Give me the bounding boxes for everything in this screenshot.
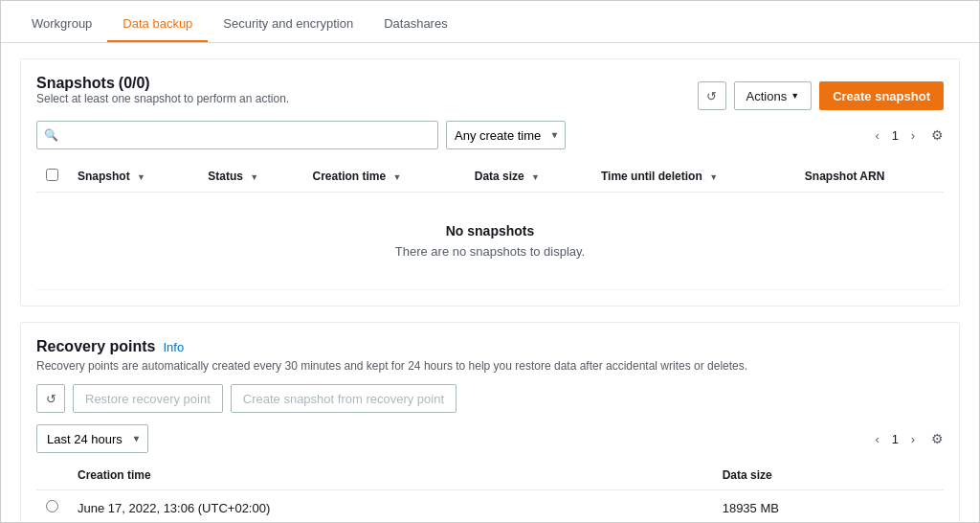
tab-data-backup[interactable]: Data backup bbox=[107, 7, 208, 42]
tab-datashares[interactable]: Datashares bbox=[368, 7, 462, 42]
create-time-filter[interactable]: Any create time bbox=[446, 121, 566, 149]
settings-icon[interactable]: ⚙ bbox=[931, 127, 944, 143]
empty-state-row: No snapshots There are no snapshots to d… bbox=[36, 193, 944, 290]
col-snapshot: Snapshot ▼ bbox=[68, 161, 198, 193]
actions-button[interactable]: Actions ▼ bbox=[734, 81, 813, 110]
tab-workgroup[interactable]: Workgroup bbox=[16, 7, 107, 42]
snapshots-count: (0/0) bbox=[119, 75, 150, 92]
snapshot-search-input[interactable] bbox=[36, 121, 438, 149]
tab-security[interactable]: Security and encryption bbox=[208, 7, 368, 42]
recovery-header-row: Creation time Data size bbox=[36, 461, 944, 490]
creation-time-sort-icon: ▼ bbox=[393, 172, 402, 182]
recovery-next-page-button[interactable]: › bbox=[902, 428, 924, 449]
status-sort-icon: ▼ bbox=[250, 172, 258, 182]
recovery-section: Recovery points Info Recovery points are… bbox=[20, 322, 960, 522]
refresh-icon: ↺ bbox=[706, 89, 717, 103]
snapshots-title-row: Snapshots (0/0) Select at least one snap… bbox=[36, 75, 289, 117]
col-creation-time: Creation time ▼ bbox=[303, 161, 465, 193]
recovery-radio-0[interactable] bbox=[46, 500, 58, 512]
recovery-filter-row: Last 24 hours ▼ ‹ 1 › ⚙ bbox=[36, 424, 944, 453]
table-header-row: Snapshot ▼ Status ▼ Creation time ▼ Da bbox=[36, 161, 944, 193]
snapshots-subtitle: Select at least one snapshot to perform … bbox=[36, 92, 289, 105]
recovery-info-link[interactable]: Info bbox=[163, 340, 184, 354]
top-nav: Workgroup Data backup Security and encry… bbox=[1, 1, 979, 43]
recovery-header: Recovery points Info bbox=[36, 338, 944, 355]
deletion-sort-icon: ▼ bbox=[709, 172, 718, 182]
col-data-size: Data size ▼ bbox=[465, 161, 591, 193]
recovery-refresh-icon: ↺ bbox=[46, 392, 56, 406]
recovery-settings-icon[interactable]: ⚙ bbox=[931, 431, 944, 446]
search-container: 🔍 bbox=[36, 121, 438, 149]
time-filter-select[interactable]: Last 24 hours bbox=[36, 424, 148, 453]
recovery-title: Recovery points bbox=[36, 338, 155, 355]
restore-recovery-point-button[interactable]: Restore recovery point bbox=[73, 384, 223, 413]
recovery-table: Creation time Data size June 17, 2022, 1… bbox=[36, 461, 944, 522]
snapshots-table: Snapshot ▼ Status ▼ Creation time ▼ Da bbox=[36, 161, 944, 290]
recovery-page-number: 1 bbox=[892, 432, 899, 446]
recovery-radio-cell bbox=[36, 490, 68, 523]
snapshot-sort-icon: ▼ bbox=[137, 172, 145, 182]
snapshots-toolbar: 🔍 Any create time ▼ ‹ 1 › ⚙ bbox=[36, 121, 944, 149]
recovery-data-size: 18935 MB bbox=[713, 490, 944, 523]
next-page-button[interactable]: › bbox=[902, 125, 924, 146]
recovery-pagination: ‹ 1 › ⚙ bbox=[867, 428, 944, 449]
page-number: 1 bbox=[892, 128, 899, 143]
select-all-header bbox=[36, 161, 68, 193]
empty-state-title: No snapshots bbox=[46, 223, 934, 239]
empty-state: No snapshots There are no snapshots to d… bbox=[46, 200, 934, 282]
snapshots-section: Snapshots (0/0) Select at least one snap… bbox=[20, 58, 960, 307]
main-content: Snapshots (0/0) Select at least one snap… bbox=[1, 43, 979, 522]
time-filter-wrapper: Last 24 hours ▼ bbox=[36, 424, 148, 453]
actions-chevron-icon: ▼ bbox=[791, 91, 799, 101]
recovery-description: Recovery points are automatically create… bbox=[36, 359, 944, 373]
col-status: Status ▼ bbox=[198, 161, 302, 193]
radio-col-header bbox=[36, 461, 68, 490]
pagination-controls: ‹ 1 › bbox=[867, 125, 924, 146]
snapshots-actions-row: ↺ Actions ▼ Create snapshot bbox=[698, 81, 944, 110]
snapshots-title: Snapshots bbox=[36, 75, 115, 92]
snapshots-pagination: ‹ 1 › ⚙ bbox=[867, 125, 944, 146]
actions-label: Actions bbox=[746, 89, 788, 103]
col-time-until-deletion: Time until deletion ▼ bbox=[591, 161, 795, 193]
prev-page-button[interactable]: ‹ bbox=[867, 125, 888, 146]
snapshots-header: Snapshots (0/0) Select at least one snap… bbox=[36, 75, 944, 117]
create-time-filter-wrapper: Any create time ▼ bbox=[446, 121, 566, 149]
recovery-creation-time: June 17, 2022, 13:06 (UTC+02:00) bbox=[68, 490, 713, 523]
recovery-toolbar: ↺ Restore recovery point Create snapshot… bbox=[36, 384, 944, 413]
data-size-sort-icon: ▼ bbox=[531, 172, 540, 182]
select-all-checkbox[interactable] bbox=[46, 169, 58, 181]
col-recovery-data-size: Data size bbox=[713, 461, 944, 490]
empty-state-subtitle: There are no snapshots to display. bbox=[46, 244, 934, 259]
snapshots-refresh-button[interactable]: ↺ bbox=[698, 81, 726, 110]
search-icon: 🔍 bbox=[44, 128, 58, 142]
recovery-refresh-button[interactable]: ↺ bbox=[36, 384, 65, 413]
recovery-prev-page-button[interactable]: ‹ bbox=[867, 428, 888, 449]
col-recovery-creation-time: Creation time bbox=[68, 461, 713, 490]
create-snapshot-from-recovery-button[interactable]: Create snapshot from recovery point bbox=[231, 384, 457, 413]
recovery-table-row: June 17, 2022, 13:06 (UTC+02:00) 18935 M… bbox=[36, 490, 944, 523]
col-snapshot-arn: Snapshot ARN bbox=[795, 161, 944, 193]
create-snapshot-button[interactable]: Create snapshot bbox=[819, 81, 944, 110]
